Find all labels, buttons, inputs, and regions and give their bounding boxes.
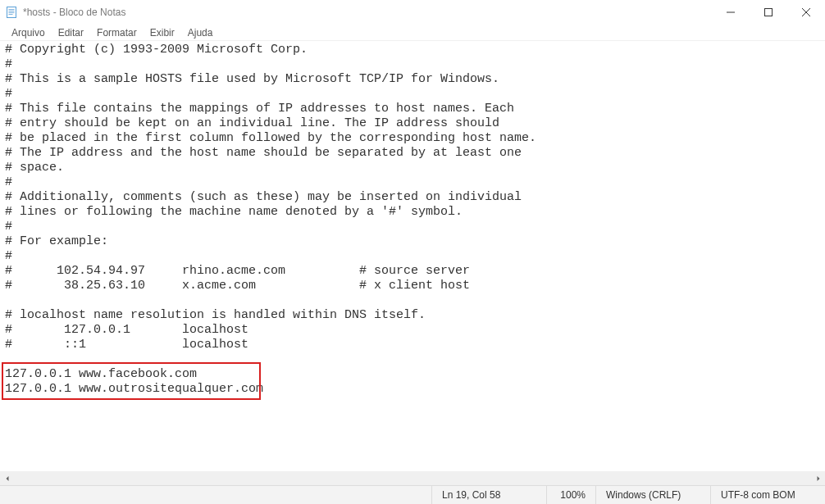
horizontal-scrollbar[interactable] (0, 471, 825, 485)
menu-edit[interactable]: Editar (52, 25, 90, 40)
menubar: Arquivo Editar Formatar Exibir Ajuda (0, 25, 825, 41)
window-controls (712, 0, 825, 25)
status-line-ending: Windows (CRLF) (595, 486, 710, 504)
menu-view[interactable]: Exibir (144, 25, 181, 40)
minimize-button[interactable] (712, 0, 750, 25)
maximize-button[interactable] (750, 0, 787, 25)
svg-rect-0 (7, 7, 16, 18)
scroll-right-icon[interactable] (811, 471, 825, 485)
menu-file[interactable]: Arquivo (5, 25, 52, 40)
svg-rect-6 (765, 9, 773, 16)
menu-help[interactable]: Ajuda (181, 25, 220, 40)
status-zoom: 100% (546, 486, 595, 504)
status-cursor-position: Ln 19, Col 58 (431, 486, 546, 504)
scroll-left-icon[interactable] (0, 471, 14, 485)
statusbar: Ln 19, Col 58 100% Windows (CRLF) UTF-8 … (0, 485, 825, 504)
status-spacer (0, 486, 431, 504)
titlebar: *hosts - Bloco de Notas (0, 0, 825, 25)
svg-marker-10 (817, 476, 819, 481)
editor-area: # Copyright (c) 1993-2009 Microsoft Corp… (0, 41, 825, 485)
window-title: *hosts - Bloco de Notas (23, 7, 125, 18)
scroll-track[interactable] (14, 471, 811, 485)
close-button[interactable] (787, 0, 825, 25)
notepad-icon (5, 6, 18, 19)
menu-format[interactable]: Formatar (90, 25, 144, 40)
svg-marker-9 (6, 476, 8, 481)
status-encoding: UTF-8 com BOM (710, 486, 825, 504)
text-editor[interactable]: # Copyright (c) 1993-2009 Microsoft Corp… (0, 41, 825, 470)
